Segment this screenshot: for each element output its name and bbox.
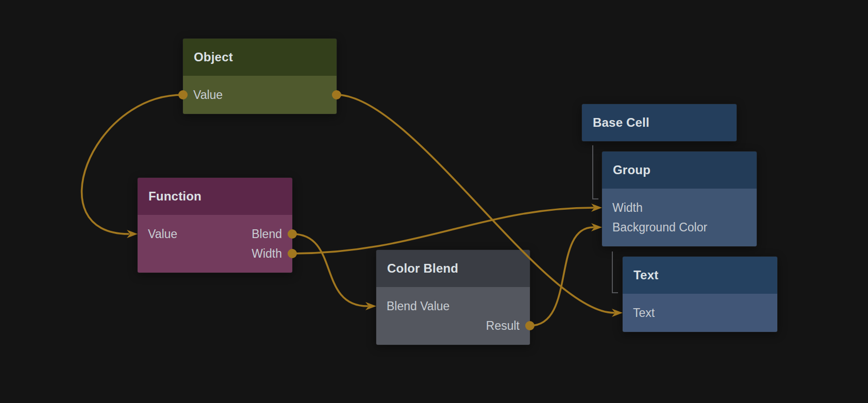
port-label-result: Result [486,319,520,333]
node-function[interactable]: FunctionValueBlendWidth [138,178,292,273]
port-label-text: Text [633,306,655,320]
node-group-title: Group [613,163,650,177]
node-group-header[interactable]: Group [602,152,757,189]
port-label-value: Value [148,227,177,241]
node-text-body: Text [623,294,777,332]
node-color-blend[interactable]: Color BlendBlend ValueResult [376,250,530,345]
port-label-blend: Blend [252,227,282,241]
node-base-cell-header[interactable]: Base Cell [582,104,737,141]
port-label-value: Value [193,88,223,102]
node-object-header[interactable]: Object [183,39,337,76]
node-text-row-0: Text [623,303,777,323]
port-label-background-color: Background Color [612,221,707,234]
node-color-blend-row-0: Blend Value [376,296,530,316]
port-label-width: Width [612,201,643,215]
node-function-body: ValueBlendWidth [138,215,292,273]
port-label-blend-value: Blend Value [387,299,449,313]
node-text-header[interactable]: Text [623,257,777,294]
node-base-cell[interactable]: Base Cell [582,104,737,141]
node-graph-canvas[interactable]: ObjectValueFunctionValueBlendWidthColor … [0,0,868,403]
node-object[interactable]: ObjectValue [183,39,337,114]
node-color-blend-header[interactable]: Color Blend [376,250,530,287]
node-color-blend-body: Blend ValueResult [376,287,530,345]
node-text[interactable]: TextText [623,257,777,332]
node-group-row-0: Width [602,198,757,217]
node-object-body: Value [183,76,337,114]
node-group-body: WidthBackground Color [602,189,757,246]
node-text-title: Text [633,268,658,282]
node-group[interactable]: GroupWidthBackground Color [602,152,757,246]
node-color-blend-title: Color Blend [387,261,458,276]
port-label-width: Width [252,247,282,261]
node-object-row-0: Value [183,85,337,105]
node-function-header[interactable]: Function [138,178,292,215]
node-object-title: Object [194,50,233,64]
node-base-cell-title: Base Cell [593,115,649,130]
node-group-row-1: Background Color [602,217,757,237]
node-function-title: Function [148,189,202,204]
node-function-row-1: Width [138,244,292,263]
node-color-blend-row-1: Result [376,316,530,335]
node-function-row-0: ValueBlend [138,224,292,244]
